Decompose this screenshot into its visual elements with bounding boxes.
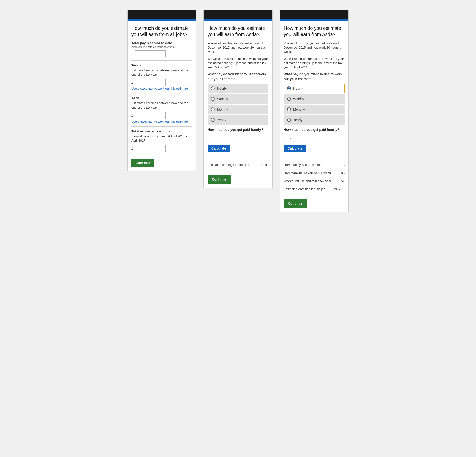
tesco-label: Tesco	[131, 63, 192, 67]
panel-2-info2: We will use this information to work out…	[208, 57, 268, 70]
asda-currency: £	[131, 113, 133, 117]
panel-2-options: HourlyWeeklyMonthlyYearly	[208, 84, 268, 125]
divider-4	[131, 156, 192, 156]
panel-3-option-weekly[interactable]: Weekly	[284, 94, 345, 104]
panel-2-result-label: Estimated earnings for this job	[208, 163, 261, 167]
panel-3-hourly-question: How much do you get paid hourly?	[284, 127, 345, 132]
total-input[interactable]	[135, 145, 166, 152]
radio-label: Weekly	[217, 97, 228, 101]
radio-label: Hourly	[217, 87, 227, 90]
calc-row-value: 52	[341, 179, 345, 183]
panel-2-title: How much do you estimate you will earn f…	[208, 25, 268, 37]
panel-2-option-weekly[interactable]: Weekly	[208, 94, 268, 104]
asda-label: Asda	[131, 96, 192, 100]
panel-2-calculate-button[interactable]: Calculate	[208, 145, 230, 152]
panel-1-title: How much do you estimate you will earn f…	[131, 25, 192, 37]
panel-2-continue-button[interactable]: Continue	[208, 175, 231, 184]
panel-2-divider2	[208, 172, 268, 172]
radio-label: Hourly	[293, 87, 303, 90]
panel-2-hourly-question: How much do you get paid hourly?	[208, 127, 268, 132]
total-currency: £	[131, 146, 133, 150]
divider-2	[131, 93, 192, 93]
panel-3-info1: You've told us that you started work on …	[284, 41, 345, 54]
panel-2-result-value: £0.00	[261, 163, 268, 167]
panel-3-calc-rows: How much you earn an hour£5How many hour…	[284, 161, 345, 193]
panel-3-header-blue	[280, 19, 348, 21]
panel-3-calc-row-2: Weeks until the end of the tax year52	[284, 177, 345, 185]
tesco-currency: £	[131, 80, 133, 84]
radio-circle-icon	[211, 87, 215, 90]
radio-label: Yearly	[217, 118, 226, 122]
radio-circle-icon	[287, 97, 291, 101]
panel-3-info2: We will use this information to work out…	[284, 57, 345, 70]
total-earnings-desc: From all jobs this tax year, 6 April 201…	[131, 134, 192, 143]
panel-2-question: What pay do you want to use to work out …	[208, 72, 268, 81]
total-pay-label: Total pay received to date	[131, 41, 192, 45]
calc-row-label: Weeks until the end of the tax year	[284, 179, 341, 183]
panel-2-divider	[208, 158, 268, 158]
panel-2-option-yearly[interactable]: Yearly	[208, 115, 268, 125]
asda-calculator-link[interactable]: Use a calculator to work out this estima…	[131, 120, 192, 123]
asda-desc: Estimated earnings between now and the e…	[131, 101, 192, 110]
panel-3-calc-row-1: How many hours you work a week35	[284, 169, 345, 177]
asda-input[interactable]	[135, 112, 166, 119]
tesco-calculator-link[interactable]: Use a calculator to work out this estima…	[131, 87, 192, 90]
panel-2-option-monthly[interactable]: Monthly	[208, 105, 268, 114]
panel-3: How much do you estimate you will earn f…	[280, 9, 349, 212]
panel-3-option-yearly[interactable]: Yearly	[284, 115, 345, 125]
radio-label: Yearly	[293, 118, 302, 122]
panel-3-hourly-input[interactable]	[287, 135, 318, 142]
radio-circle-icon	[287, 118, 291, 122]
panel-1-continue-button[interactable]: Continue	[131, 159, 154, 167]
panel-3-question: What pay do you want to use to work out …	[284, 72, 345, 81]
panel-2-result-row: Estimated earnings for this job £0.00	[208, 161, 268, 169]
panel-3-title: How much do you estimate you will earn f…	[284, 25, 345, 37]
calc-row-label: Estimated earnings for this job	[284, 187, 332, 191]
tesco-input[interactable]	[135, 79, 166, 86]
total-pay-currency: £	[131, 52, 133, 56]
panel-2-header-black	[204, 10, 272, 19]
total-pay-input[interactable]	[135, 50, 166, 57]
divider-1	[131, 60, 192, 61]
panel-3-divider2	[284, 196, 345, 196]
calc-row-value: 35	[341, 171, 345, 175]
radio-label: Weekly	[293, 97, 304, 101]
panel-3-continue-button[interactable]: Continue	[284, 199, 307, 208]
panel-1: How much do you estimate you will earn f…	[127, 9, 196, 171]
panel-2-option-hourly[interactable]: Hourly	[208, 84, 268, 93]
radio-label: Monthly	[293, 107, 305, 111]
panel-3-calc-row-0: How much you earn an hour£5	[284, 161, 345, 169]
panel-3-option-monthly[interactable]: Monthly	[284, 105, 345, 114]
panel-1-header-black	[128, 10, 196, 19]
calc-row-label: How much you earn an hour	[284, 163, 341, 167]
panel-3-header-black	[280, 10, 348, 19]
calc-row-value: £5	[341, 163, 345, 167]
panel-1-header-blue	[128, 19, 196, 21]
radio-label: Monthly	[217, 107, 229, 111]
radio-circle-icon	[287, 107, 291, 111]
panel-2: How much do you estimate you will earn f…	[204, 9, 272, 188]
radio-circle-icon	[287, 87, 291, 90]
panel-3-options: HourlyWeeklyMonthlyYearly	[284, 84, 345, 125]
radio-circle-icon	[211, 97, 215, 101]
panel-3-calc-row-3: Estimated earnings for this job£1307.14	[284, 185, 345, 193]
calc-row-value: £1307.14	[332, 187, 345, 191]
total-pay-sublabel: (you will find this on your payslips)	[131, 45, 192, 49]
radio-circle-icon	[211, 107, 215, 111]
panel-2-currency: £	[208, 136, 209, 140]
panel-2-info1: You've told us that you started work on …	[208, 41, 268, 54]
panel-2-header-blue	[204, 19, 272, 21]
radio-circle-icon	[211, 118, 215, 122]
tesco-desc: Estimated earnings between now and the e…	[131, 68, 192, 77]
panel-3-option-hourly[interactable]: Hourly	[284, 84, 345, 93]
divider-3	[131, 126, 192, 126]
panel-2-hourly-input[interactable]	[211, 135, 242, 142]
panel-3-calculate-button[interactable]: Calculate	[284, 145, 306, 152]
panel-3-currency: £	[284, 136, 286, 140]
panel-3-divider	[284, 158, 345, 158]
calc-row-label: How many hours you work a week	[284, 171, 341, 175]
total-earnings-label: Total estimated earnings	[131, 129, 192, 133]
